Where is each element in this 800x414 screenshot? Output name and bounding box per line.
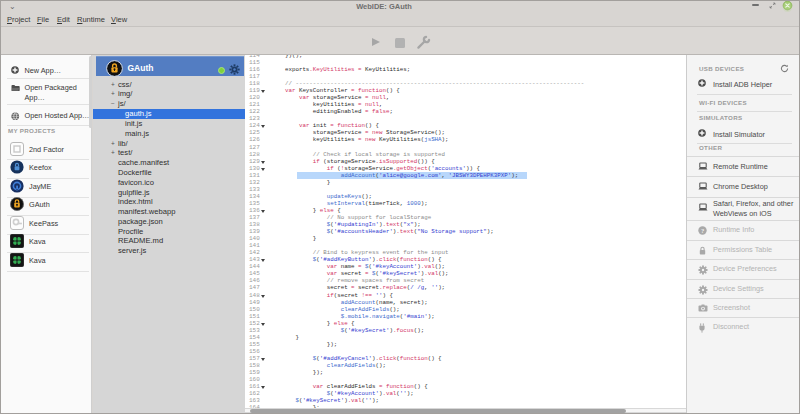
svg-text:?: ?: [701, 227, 704, 234]
